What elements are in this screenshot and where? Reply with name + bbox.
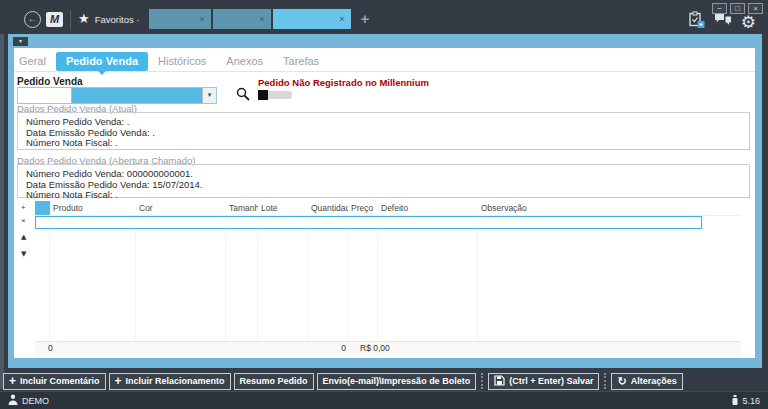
footer-toolbar: + Incluir Comentário + Incluir Relaciona… (0, 371, 768, 391)
pedido-venda-combo: ▾ (17, 87, 217, 104)
millennium-logo[interactable]: M (46, 12, 63, 27)
app-tab-2[interactable]: × (213, 9, 271, 29)
grid-header-row: Produto Cor Tamanho Lote Quantidade Preç… (35, 201, 741, 216)
row-indicator-header (35, 201, 50, 215)
col-lote[interactable]: Lote (258, 201, 308, 215)
status-bar: DEMO 5.16 (0, 391, 768, 409)
items-grid: + × ▲ ▼ Produto Cor Tamanho Lote Quantid… (19, 201, 741, 355)
app-tab-strip: × × × (149, 9, 351, 29)
pedido-venda-select[interactable] (72, 88, 202, 103)
add-row-button[interactable]: + (19, 201, 33, 214)
plus-icon: + (115, 375, 122, 387)
new-tab-button[interactable]: + (361, 10, 370, 28)
version-icon (732, 395, 738, 407)
search-icon[interactable] (236, 87, 250, 101)
close-tab-icon[interactable]: × (339, 15, 344, 24)
col-preco[interactable]: Preço (348, 201, 378, 215)
tab-tarefas[interactable]: Tarefas (273, 52, 329, 71)
pedido-venda-input[interactable] (18, 88, 72, 103)
window-left-edge (0, 34, 4, 389)
total-preco: R$ 0,00 (360, 342, 390, 355)
chat-icon[interactable] (714, 13, 732, 31)
numero-pedido-abertura: Número Pedido Venda: 000000000001. (26, 169, 749, 180)
envio-email-impressao-boleto-button[interactable]: Envio(e-mail)\Impressão de Boleto (317, 373, 477, 390)
app-tab-3[interactable]: × (273, 9, 351, 29)
grid-totals-row: 0 0 R$ 0,00 (35, 341, 741, 355)
favorites-star-icon[interactable]: ★ (78, 11, 90, 27)
user-icon (8, 394, 18, 407)
delete-row-button[interactable]: × (19, 214, 33, 227)
grid-body (35, 229, 741, 341)
title-bar: − □ × ← M ★ Favoritos · × × × + (0, 0, 768, 34)
save-icon (494, 375, 505, 388)
toggle-knob[interactable] (258, 90, 268, 100)
data-emissao-atual: Data Emissão Pedido Venda: . (26, 128, 749, 139)
numero-nota-abertura: Número Nota Fiscal: . (26, 190, 749, 201)
col-cor[interactable]: Cor (136, 201, 226, 215)
tab-pedido-venda[interactable]: Pedido Venda (56, 52, 148, 71)
button-label: Resumo Pedido (240, 376, 308, 386)
selected-empty-row[interactable] (35, 216, 702, 229)
toolbar-separator (481, 373, 483, 389)
title-bar-actions: ⚙ (688, 11, 756, 32)
col-defeito[interactable]: Defeito (378, 201, 478, 215)
favorites-label[interactable]: Favoritos · (95, 14, 140, 25)
back-icon[interactable]: ← (24, 11, 41, 28)
millennium-warning-label: Pedido Não Registrado no Millennium (258, 77, 429, 88)
total-rows: 0 (48, 342, 53, 355)
frame-menu-button[interactable]: ▾ (13, 37, 28, 46)
button-label: (Ctrl + Enter) Salvar (509, 376, 593, 386)
col-observacao[interactable]: Observação (478, 201, 741, 215)
resumo-pedido-button[interactable]: Resumo Pedido (234, 373, 314, 390)
col-tamanho[interactable]: Tamanho (226, 201, 258, 215)
button-label: Incluir Comentário (20, 376, 100, 386)
close-tab-icon[interactable]: × (199, 15, 204, 24)
move-row-up-button[interactable]: ▲ (19, 231, 33, 244)
move-row-down-button[interactable]: ▼ (19, 248, 33, 261)
pedido-venda-panel: Geral Pedido Venda Históricos Anexos Tar… (14, 48, 755, 358)
plus-icon: + (9, 375, 16, 387)
grid-table: Produto Cor Tamanho Lote Quantidade Preç… (35, 201, 741, 355)
tab-historicos[interactable]: Históricos (148, 52, 216, 71)
close-tab-icon[interactable]: × (259, 15, 264, 24)
data-emissao-abertura: Data Emissão Pedido Venda: 15/07/2014. (26, 180, 749, 191)
alteracoes-button[interactable]: ↻ Alterações (611, 373, 682, 390)
col-produto[interactable]: Produto (50, 201, 136, 215)
col-quantidade[interactable]: Quantidade (308, 201, 348, 215)
incluir-relacionamento-button[interactable]: + Incluir Relacionamento (109, 373, 231, 390)
tasks-clipboard-icon[interactable] (688, 11, 705, 32)
dados-atual-box: Número Pedido Venda: . Data Emissão Pedi… (17, 112, 750, 150)
username-label: DEMO (22, 396, 49, 406)
toggle-track (268, 91, 292, 99)
content-frame: ▾ Geral Pedido Venda Históricos Anexos T… (8, 34, 762, 368)
toolbar-divider (70, 11, 71, 28)
salvar-button[interactable]: (Ctrl + Enter) Salvar (488, 373, 599, 390)
numero-nota-atual: Número Nota Fiscal: . (26, 138, 749, 149)
button-label: Envio(e-mail)\Impressão de Boleto (323, 376, 471, 386)
grid-row-actions: + × ▲ ▼ (19, 201, 35, 355)
total-quantidade: 0 (318, 342, 346, 355)
version-label: 5.16 (742, 396, 760, 406)
app-toolbar: ← M ★ Favoritos · × × × + (24, 9, 369, 29)
button-label: Incluir Relacionamento (126, 376, 225, 386)
registro-millennium-toggle[interactable] (258, 90, 292, 100)
history-icon: ↻ (617, 376, 626, 387)
incluir-comentario-button[interactable]: + Incluir Comentário (3, 373, 106, 390)
content-tab-strip: Geral Pedido Venda Históricos Anexos Tar… (14, 51, 755, 72)
toolbar-separator (604, 373, 606, 389)
button-label: Alterações (631, 376, 677, 386)
dados-abertura-box: Número Pedido Venda: 000000000001. Data … (17, 164, 750, 198)
tab-anexos[interactable]: Anexos (216, 52, 273, 71)
tab-geral[interactable]: Geral (14, 52, 56, 71)
pedido-venda-field-label: Pedido Venda (17, 76, 83, 87)
numero-pedido-atual: Número Pedido Venda: . (26, 117, 749, 128)
settings-gear-icon[interactable]: ⚙ (741, 13, 756, 31)
app-tab-1[interactable]: × (149, 9, 211, 29)
combo-dropdown-icon[interactable]: ▾ (202, 88, 216, 103)
